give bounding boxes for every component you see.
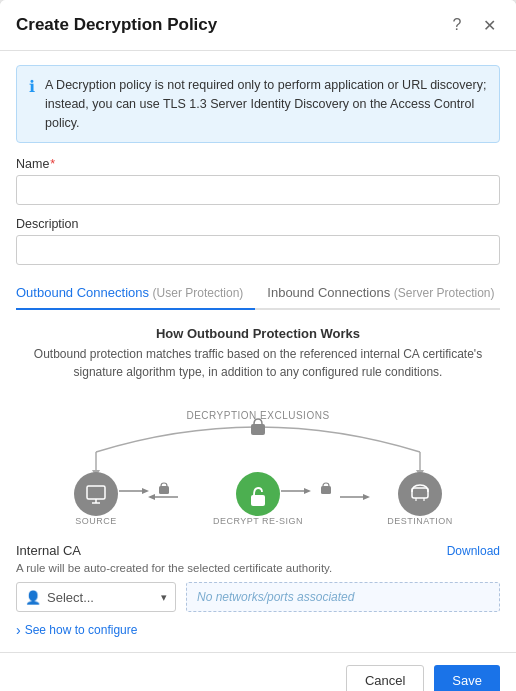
ca-controls: 👤 Select... ▾ No networks/ports associat… — [16, 582, 500, 612]
svg-rect-12 — [251, 495, 265, 506]
svg-marker-23 — [148, 494, 155, 500]
configure-link[interactable]: See how to configure — [16, 622, 500, 638]
description-label: Description — [16, 217, 500, 231]
chevron-down-icon: ▾ — [161, 591, 167, 604]
svg-point-14 — [398, 472, 442, 516]
svg-marker-20 — [142, 488, 149, 494]
dialog-title: Create Decryption Policy — [16, 15, 217, 35]
help-icon[interactable]: ? — [446, 14, 468, 36]
header-icons: ? ✕ — [446, 14, 500, 36]
info-text: A Decryption policy is not required only… — [45, 76, 487, 132]
dialog-footer: Cancel Save — [0, 652, 516, 691]
svg-rect-26 — [321, 486, 331, 494]
user-icon: 👤 — [25, 590, 41, 605]
tab-inbound[interactable]: Inbound Connections (Server Protection) — [267, 277, 506, 310]
protection-title: How Outbound Protection Works — [16, 326, 500, 341]
dialog-body: ℹ A Decryption policy is not required on… — [0, 51, 516, 652]
name-input[interactable] — [16, 175, 500, 205]
internal-ca-row: Internal CA Download — [16, 543, 500, 558]
svg-rect-21 — [159, 486, 169, 494]
tab-outbound-secondary: (User Protection) — [153, 286, 244, 300]
svg-point-11 — [236, 472, 280, 516]
select-placeholder-text: Select... — [47, 590, 155, 605]
diagram-area: DECRYPTION EXCLUSIONS SOURCE DECRYPT RE-… — [16, 397, 500, 527]
tab-outbound[interactable]: Outbound Connections (User Protection) — [16, 277, 255, 310]
svg-text:DESTINATION: DESTINATION — [387, 516, 452, 526]
dialog-header: Create Decryption Policy ? ✕ — [0, 0, 516, 51]
required-marker: * — [50, 157, 55, 171]
svg-marker-25 — [304, 488, 311, 494]
name-field-group: Name* — [16, 157, 500, 205]
info-banner: ℹ A Decryption policy is not required on… — [16, 65, 500, 143]
svg-marker-28 — [363, 494, 370, 500]
svg-text:SOURCE: SOURCE — [75, 516, 117, 526]
protection-description: Outbound protection matches traffic base… — [16, 345, 500, 381]
create-decryption-policy-dialog: Create Decryption Policy ? ✕ ℹ A Decrypt… — [0, 0, 516, 691]
close-icon[interactable]: ✕ — [478, 14, 500, 36]
tab-inbound-secondary: (Server Protection) — [394, 286, 495, 300]
description-input[interactable] — [16, 235, 500, 265]
name-label: Name* — [16, 157, 500, 171]
ca-select-dropdown[interactable]: 👤 Select... ▾ — [16, 582, 176, 612]
cancel-button[interactable]: Cancel — [346, 665, 424, 691]
svg-point-6 — [74, 472, 118, 516]
svg-rect-5 — [251, 424, 265, 435]
diagram-svg: DECRYPTION EXCLUSIONS SOURCE DECRYPT RE-… — [16, 397, 500, 527]
save-button[interactable]: Save — [434, 665, 500, 691]
info-icon: ℹ — [29, 77, 35, 132]
internal-ca-label: Internal CA — [16, 543, 81, 558]
networks-placeholder: No networks/ports associated — [186, 582, 500, 612]
description-field-group: Description — [16, 217, 500, 265]
connection-tabs: Outbound Connections (User Protection) I… — [16, 277, 500, 310]
ca-hint: A rule will be auto-created for the sele… — [16, 562, 500, 574]
svg-text:DECRYPT RE-SIGN: DECRYPT RE-SIGN — [213, 516, 303, 526]
download-link[interactable]: Download — [447, 544, 500, 558]
